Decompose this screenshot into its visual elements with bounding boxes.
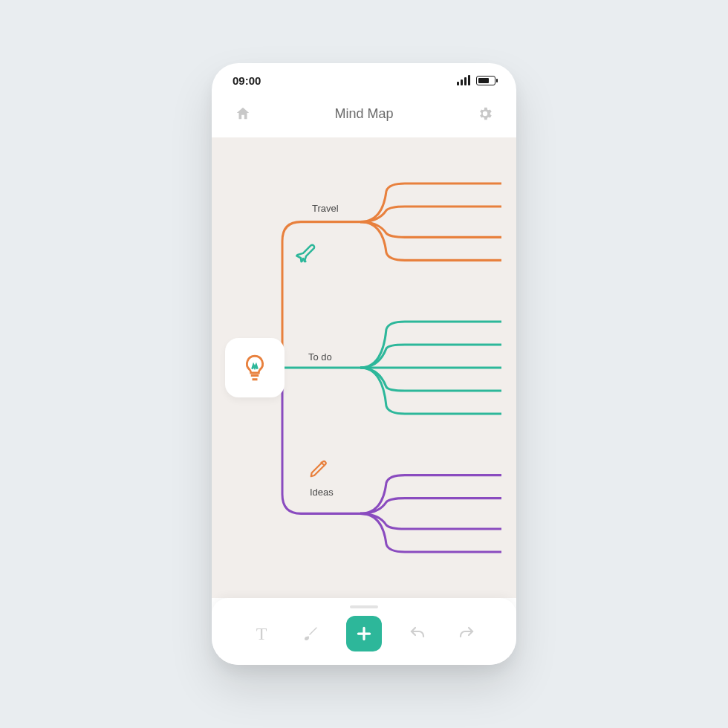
lightbulb-icon — [239, 352, 270, 383]
status-right — [457, 75, 495, 85]
bottom-toolbar: T — [212, 598, 516, 665]
toolbar-row: T — [248, 616, 480, 651]
branch-label-travel[interactable]: Travel — [312, 203, 339, 214]
home-icon — [235, 105, 251, 122]
page-title: Mind Map — [334, 106, 393, 122]
plus-icon — [354, 624, 374, 643]
redo-icon — [458, 625, 475, 643]
signal-icon — [457, 75, 470, 85]
root-node[interactable] — [225, 338, 285, 397]
status-time: 09:00 — [233, 74, 261, 87]
brush-icon — [302, 625, 319, 643]
settings-button[interactable] — [475, 103, 495, 124]
branch-label-todo[interactable]: To do — [308, 351, 332, 363]
undo-button[interactable] — [404, 620, 431, 647]
drag-handle[interactable] — [350, 605, 378, 608]
phone-frame: 09:00 Mind Map — [212, 63, 516, 665]
pencil-icon — [308, 457, 331, 482]
text-icon: T — [256, 624, 267, 644]
plane-icon — [293, 241, 319, 270]
gear-icon — [477, 105, 493, 122]
status-bar: 09:00 — [212, 63, 516, 97]
branch-label-ideas[interactable]: Ideas — [310, 487, 334, 498]
brush-tool-button[interactable] — [297, 620, 324, 647]
app-header: Mind Map — [212, 97, 516, 137]
add-node-button[interactable] — [346, 616, 382, 651]
redo-button[interactable] — [453, 620, 480, 647]
undo-icon — [409, 625, 426, 643]
battery-icon — [476, 76, 495, 85]
text-tool-button[interactable]: T — [248, 620, 275, 647]
mindmap-canvas[interactable]: Travel To do Ideas — [212, 137, 516, 598]
home-button[interactable] — [233, 103, 253, 124]
